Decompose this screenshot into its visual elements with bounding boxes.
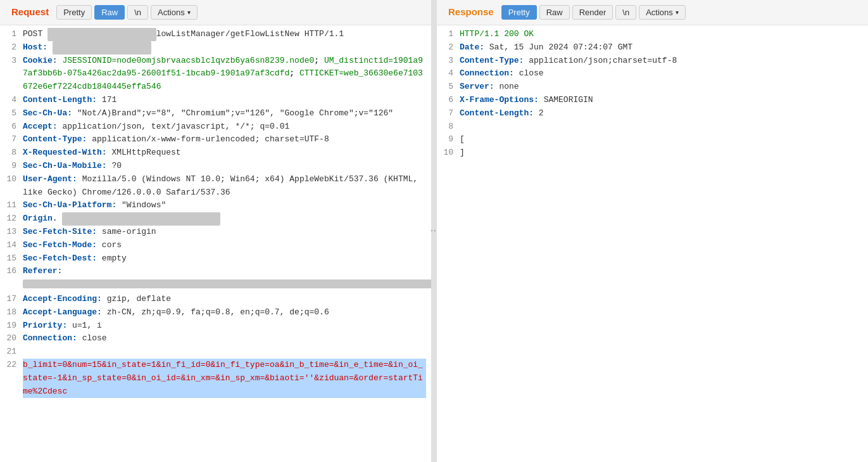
table-row: 8 xyxy=(442,120,863,134)
response-tab-render[interactable]: Render xyxy=(572,5,613,20)
request-tab-newline[interactable]: \n xyxy=(127,5,148,20)
table-row: 9 Sec-Ch-Ua-Mobile: ?0 xyxy=(5,160,426,173)
response-tab-pretty[interactable]: Pretty xyxy=(501,5,537,20)
response-panel: Response Pretty Raw Render \n Actions ▾ … xyxy=(437,0,868,462)
request-title: Request xyxy=(6,4,54,21)
table-row: 1 HTTP/1.1 200 OK xyxy=(442,28,863,41)
request-actions-button[interactable]: Actions ▾ xyxy=(151,5,198,20)
table-row: 4 Content-Length: 171 xyxy=(5,94,426,107)
table-row: 9 [ xyxy=(442,133,863,146)
request-tab-pretty[interactable]: Pretty xyxy=(56,5,92,20)
chevron-down-icon: ▾ xyxy=(676,9,679,16)
request-content[interactable]: 1 POST ██████████████████████lowListMana… xyxy=(0,25,431,462)
response-actions-button[interactable]: Actions ▾ xyxy=(639,5,686,20)
table-row: 6 X-Frame-Options: SAMEORIGIN xyxy=(442,94,863,107)
table-row: 15 Sec-Fetch-Dest: empty xyxy=(5,252,426,266)
table-row: 17 Accept-Encoding: gzip, deflate xyxy=(5,293,426,306)
table-row: 4 Connection: close xyxy=(442,67,863,80)
table-row: 7 Content-Type: application/x-www-form-u… xyxy=(5,133,426,146)
table-row: 10 ] xyxy=(442,146,863,160)
response-code-block: 1 HTTP/1.1 200 OK 2 Date: Sat, 15 Jun 20… xyxy=(437,28,868,160)
response-tab-newline[interactable]: \n xyxy=(615,5,636,20)
request-header: Request Pretty Raw \n Actions ▾ xyxy=(0,0,431,25)
table-row: 2 Host: ████████████████████ xyxy=(5,41,426,55)
table-row: 5 Server: none xyxy=(442,80,863,94)
request-code-block: 1 POST ██████████████████████lowListMana… xyxy=(0,28,431,398)
table-row: 18 Accept-Language: zh-CN, zh;q=0.9, fa;… xyxy=(5,306,426,319)
table-row: 12 Origin. ██████ ████████ █████████████… xyxy=(5,212,426,226)
table-row xyxy=(5,278,426,293)
table-row: 11 Sec-Ch-Ua-Platform: "Windows" xyxy=(5,199,426,212)
request-tab-raw[interactable]: Raw xyxy=(94,5,125,20)
table-row: 21 xyxy=(5,345,426,359)
panel-divider[interactable]: ⋮ xyxy=(432,0,437,462)
table-row: 2 Date: Sat, 15 Jun 2024 07:24:07 GMT xyxy=(442,41,863,55)
response-title: Response xyxy=(443,4,499,21)
table-row: 3 Content-Type: application/json;charset… xyxy=(442,55,863,68)
table-row: 10 User-Agent: Mozilla/5.0 (Windows NT 1… xyxy=(5,173,426,200)
table-row: 5 Sec-Ch-Ua: "Not/A)Brand";v="8", "Chrom… xyxy=(5,107,426,120)
response-header: Response Pretty Raw Render \n Actions ▾ xyxy=(437,0,868,25)
table-row: 3 Cookie: JSESSIONID=node0omjsbrvaacsblc… xyxy=(5,55,426,94)
table-row: 13 Sec-Fetch-Site: same-origin xyxy=(5,226,426,239)
table-row: 16 Referer: xyxy=(5,265,426,278)
table-row: 20 Connection: close xyxy=(5,332,426,345)
table-row: 1 POST ██████████████████████lowListMana… xyxy=(5,28,426,41)
chevron-down-icon: ▾ xyxy=(187,9,191,16)
table-row: 7 Content-Length: 2 xyxy=(442,107,863,120)
table-row: 22 b_limit=0&num=15&in_state=1&in_fi_id=… xyxy=(5,359,426,398)
response-tab-raw[interactable]: Raw xyxy=(539,5,570,20)
table-row: 6 Accept: application/json, text/javascr… xyxy=(5,120,426,134)
request-panel: Request Pretty Raw \n Actions ▾ 1 POST █… xyxy=(0,0,432,462)
response-content[interactable]: 1 HTTP/1.1 200 OK 2 Date: Sat, 15 Jun 20… xyxy=(437,25,868,462)
table-row: 19 Priority: u=1, i xyxy=(5,319,426,333)
table-row: 8 X-Requested-With: XMLHttpRequest xyxy=(5,146,426,160)
table-row: 14 Sec-Fetch-Mode: cors xyxy=(5,239,426,252)
